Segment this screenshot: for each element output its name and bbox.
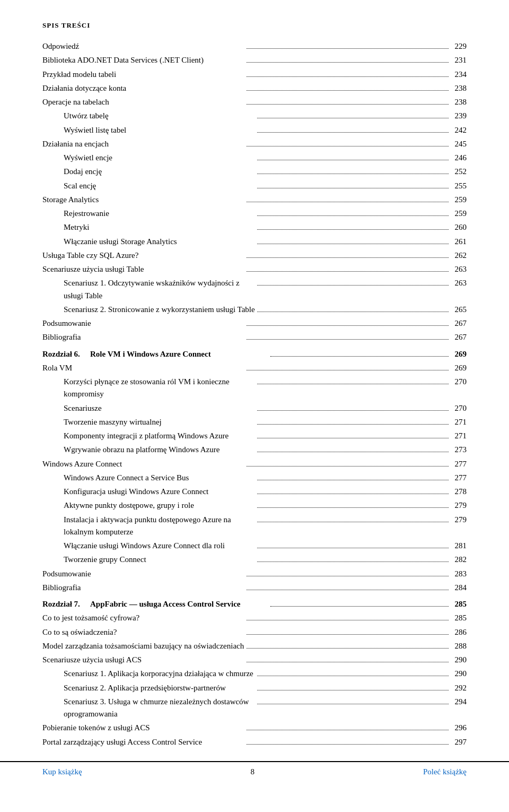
toc-dots	[247, 620, 449, 620]
toc-dots	[247, 76, 449, 77]
toc-dots	[257, 690, 449, 690]
entry-title: Scenariusze	[64, 402, 102, 414]
list-item: Odpowiedź229	[42, 40, 467, 53]
entry-title: Windows Azure Connect	[42, 458, 122, 470]
entry-page: 259	[451, 194, 467, 206]
page-number: 8	[251, 767, 255, 776]
toc-dots	[257, 174, 449, 174]
entry-page: 262	[451, 249, 467, 262]
entry-title: Model zarządzania tożsamościami bazujący…	[42, 640, 244, 652]
toc-dots	[247, 648, 449, 649]
toc-dots	[247, 257, 449, 258]
entry-title: Działania na encjach	[42, 138, 109, 150]
toc-dots	[257, 188, 449, 188]
entry-page: 259	[451, 208, 467, 220]
list-item: Scenariusze użycia usługi ACS290	[42, 654, 467, 666]
toc-dots	[257, 132, 449, 133]
list-item: Scenariusz 2. Stronicowanie z wykorzysta…	[42, 304, 467, 316]
entry-page: 271	[451, 430, 467, 442]
list-item: Korzyści płynące ze stosowania ról VM i …	[42, 376, 467, 401]
list-item: Pobieranie tokenów z usługi ACS296	[42, 722, 467, 734]
chapter-title: AppFabric — usługa Access Control Servic…	[90, 598, 268, 610]
entry-page: 294	[451, 696, 467, 708]
toc-dots	[257, 384, 449, 384]
entry-page: 271	[451, 416, 467, 428]
toc-dots	[257, 507, 449, 508]
buy-book-link[interactable]: Kup książkę	[42, 767, 82, 776]
toc-dots	[257, 494, 449, 494]
list-item: Operacje na tabelach238	[42, 96, 467, 108]
entry-title: Scenariusz 2. Aplikacja przedsiębiorstw-…	[64, 682, 226, 694]
entry-page: 288	[451, 640, 467, 652]
entry-page: 238	[451, 82, 467, 94]
entry-title: Scenariusz 1. Aplikacja korporacyjna dzi…	[64, 668, 253, 680]
toc-dots	[257, 522, 449, 522]
recommend-book-link[interactable]: Poleć książkę	[423, 767, 467, 776]
entry-title: Utwórz tabelę	[64, 110, 109, 122]
entry-title: Storage Analytics	[42, 194, 99, 206]
toc-dots	[257, 676, 449, 676]
toc-dots	[257, 480, 449, 480]
list-item: Rejestrowanie259	[42, 208, 467, 220]
entry-title: Wyświetl listę tabel	[64, 124, 126, 136]
chapter-heading-row: Rozdział 6.Role VM i Windows Azure Conne…	[42, 348, 467, 360]
chapter-number: Rozdział 6.	[42, 348, 90, 360]
entry-title: Dodaj encję	[64, 166, 102, 178]
chapter-page: 269	[451, 348, 467, 360]
entry-title: Przykład modelu tabeli	[42, 68, 116, 81]
entry-page: 245	[451, 138, 467, 150]
entry-title: Włączanie usługi Windows Azure Connect d…	[64, 540, 225, 552]
toc-dots	[247, 104, 449, 105]
entry-page: 234	[451, 68, 467, 81]
entry-page: 279	[451, 514, 467, 526]
entry-title: Działania dotyczące konta	[42, 82, 126, 94]
list-item: Wyświetl listę tabel242	[42, 124, 467, 136]
entry-page: 265	[451, 304, 467, 316]
entry-page: 267	[451, 331, 467, 343]
list-item: Co to są oświadczenia?286	[42, 626, 467, 638]
toc-dots	[257, 424, 449, 425]
list-item: Rola VM269	[42, 362, 467, 374]
entry-title: Co to jest tożsamość cyfrowa?	[42, 612, 139, 624]
entry-title: Scal encję	[64, 180, 96, 192]
entry-title: Windows Azure Connect a Service Bus	[64, 472, 189, 484]
list-item: Scenariusz 1. Aplikacja korporacyjna dzi…	[42, 668, 467, 680]
entry-page: 263	[451, 263, 467, 275]
entry-title: Korzyści płynące ze stosowania ról VM i …	[64, 376, 255, 401]
initial-entries: Odpowiedź229Biblioteka ADO.NET Data Serv…	[42, 40, 467, 344]
entry-page: 279	[451, 499, 467, 512]
list-item: Bibliografia284	[42, 582, 467, 594]
entry-page: 290	[451, 654, 467, 666]
entry-page: 283	[451, 568, 467, 580]
toc-dots	[247, 146, 449, 146]
entry-page: 281	[451, 540, 467, 552]
list-item: Biblioteka ADO.NET Data Services (.NET C…	[42, 54, 467, 66]
chapter-title: Role VM i Windows Azure Connect	[90, 348, 268, 360]
entry-title: Operacje na tabelach	[42, 96, 109, 108]
toc-dots	[247, 271, 449, 272]
list-item: Bibliografia267	[42, 331, 467, 343]
entry-page: 290	[451, 668, 467, 680]
entry-page: 278	[451, 486, 467, 498]
entry-page: 292	[451, 682, 467, 694]
toc-dots	[257, 118, 449, 118]
list-item: Przykład modelu tabeli234	[42, 68, 467, 81]
list-item: Konfiguracja usługi Windows Azure Connec…	[42, 486, 467, 498]
list-item: Co to jest tożsamość cyfrowa?285	[42, 612, 467, 624]
list-item: Scenariusze użycia usługi Table263	[42, 263, 467, 275]
entry-title: Biblioteka ADO.NET Data Services (.NET C…	[42, 54, 204, 66]
chapter-heading-row: Rozdział 7.AppFabric — usługa Access Con…	[42, 598, 467, 610]
entry-page: 286	[451, 626, 467, 638]
list-item: Podsumowanie267	[42, 317, 467, 330]
list-item: Utwórz tabelę239	[42, 110, 467, 122]
entry-page: 267	[451, 317, 467, 330]
entry-title: Tworzenie grupy Connect	[64, 554, 146, 566]
page-bottom: Kup książkę 8 Poleć książkę	[0, 761, 509, 776]
chapter-title-text: Role VM i Windows Azure Connect	[90, 348, 211, 360]
entry-title: Scenariusze użycia usługi ACS	[42, 654, 142, 666]
toc-dots	[257, 244, 449, 244]
list-item: Windows Azure Connect a Service Bus277	[42, 472, 467, 484]
entry-page: 296	[451, 722, 467, 734]
list-item: Model zarządzania tożsamościami bazujący…	[42, 640, 467, 652]
list-item: Storage Analytics259	[42, 194, 467, 206]
